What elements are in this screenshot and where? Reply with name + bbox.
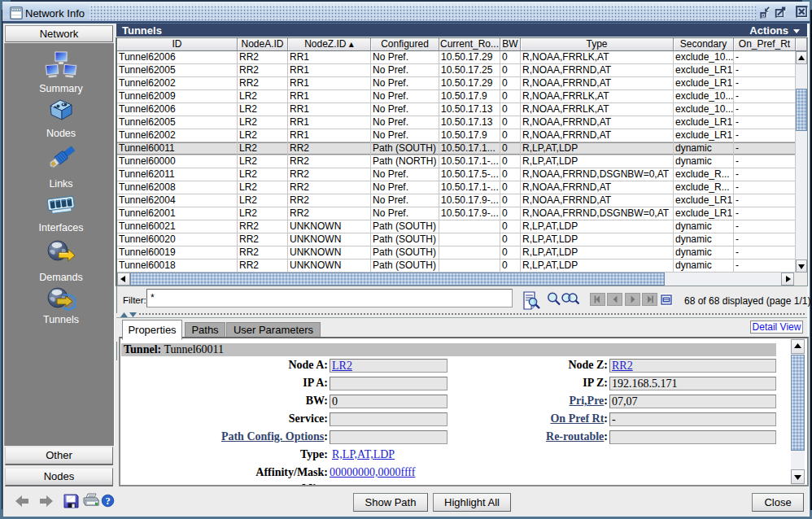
svg-text:?: ? xyxy=(105,495,110,507)
